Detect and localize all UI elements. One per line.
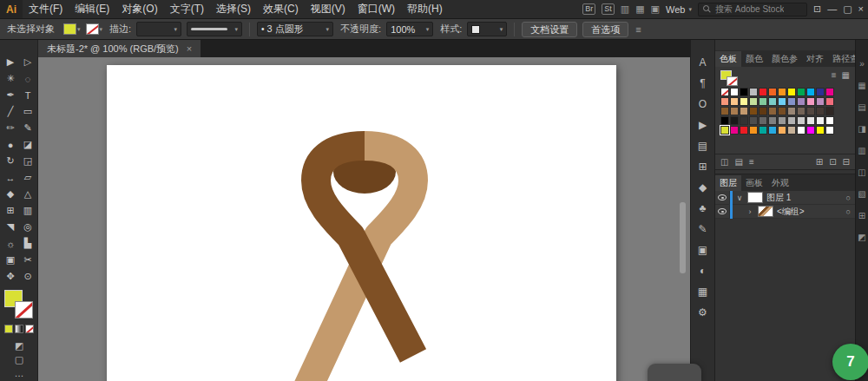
- tool-rotate[interactable]: ↻: [2, 153, 19, 169]
- grid-view-icon[interactable]: ▦: [842, 70, 850, 80]
- chevron-down-icon[interactable]: ▾: [100, 26, 103, 33]
- tool-free-transform[interactable]: ▱: [19, 169, 36, 186]
- menu-5[interactable]: 选择(S): [210, 0, 257, 18]
- swatch-39[interactable]: [740, 116, 748, 125]
- swatch-57[interactable]: [797, 126, 806, 135]
- none-mode-button[interactable]: [25, 325, 34, 333]
- tool-eyedropper[interactable]: ◥: [2, 219, 19, 235]
- swatch-36[interactable]: [825, 107, 834, 115]
- character-panel-icon[interactable]: A: [694, 53, 713, 71]
- swatch-17[interactable]: [759, 97, 767, 106]
- tool-artboard[interactable]: ▣: [2, 252, 19, 268]
- swatch-42[interactable]: [768, 116, 777, 125]
- dock-window-button[interactable]: ⊡: [813, 0, 821, 18]
- tool-lasso[interactable]: ◌: [19, 70, 36, 87]
- layer-row-group[interactable]: ›<编组>○: [715, 205, 855, 219]
- tool-magic-wand[interactable]: ✳: [2, 70, 19, 87]
- swatch-41[interactable]: [759, 116, 767, 125]
- notification-badge[interactable]: 7: [832, 344, 868, 380]
- expander-icon[interactable]: ∨: [735, 194, 744, 202]
- tool-gradient[interactable]: ▥: [19, 202, 36, 219]
- list-view-icon[interactable]: ≡: [832, 70, 837, 80]
- tool-slice[interactable]: ✂: [19, 252, 36, 268]
- swatch-43[interactable]: [778, 116, 786, 125]
- collapsed-panel-3-icon[interactable]: ◨: [856, 122, 868, 135]
- swatch-29[interactable]: [759, 107, 767, 115]
- symbols-panel-icon[interactable]: ♣: [694, 199, 713, 217]
- swatch-56[interactable]: [787, 126, 796, 135]
- collapsed-panel-1-icon[interactable]: ▦: [856, 78, 868, 92]
- swatch-25[interactable]: [720, 107, 729, 115]
- swatch-35[interactable]: [816, 107, 825, 115]
- tool-symbol-sprayer[interactable]: ☼: [2, 235, 19, 252]
- swatch-34[interactable]: [806, 107, 815, 115]
- swatch-libraries-icon[interactable]: ◫: [720, 157, 728, 167]
- swatch-44[interactable]: [787, 116, 796, 125]
- collapsed-panel-4-icon[interactable]: ▥: [856, 143, 868, 157]
- swatch-26[interactable]: [730, 107, 739, 115]
- close-tab-icon[interactable]: ×: [187, 43, 192, 54]
- chevron-down-icon[interactable]: ▾: [77, 26, 81, 33]
- screen-mode-icon[interactable]: ▢: [0, 352, 38, 366]
- swatch-12[interactable]: [825, 88, 834, 96]
- document-setup-button[interactable]: 文档设置: [522, 22, 577, 37]
- tool-pen[interactable]: ✒: [2, 87, 19, 103]
- stroke-weight-select[interactable]: ▾: [136, 22, 181, 36]
- swatch-14[interactable]: [730, 97, 739, 106]
- swatch-options-icon[interactable]: ≡: [749, 157, 754, 167]
- swatch-52[interactable]: [749, 126, 758, 135]
- close-button[interactable]: ×: [858, 0, 864, 18]
- app-logo[interactable]: Ai: [0, 0, 23, 18]
- layers-tab-3[interactable]: 外观: [767, 175, 793, 191]
- menu-9[interactable]: 帮助(H): [401, 0, 449, 18]
- menu-8[interactable]: 窗口(W): [352, 0, 401, 18]
- collapsed-panel-6-icon[interactable]: ▧: [856, 187, 868, 200]
- libraries-panel-icon[interactable]: ▦: [694, 282, 713, 300]
- swatch-38[interactable]: [730, 116, 739, 125]
- layer-thumbnail[interactable]: [758, 206, 773, 217]
- tool-mesh[interactable]: ⊞: [2, 202, 19, 219]
- target-icon[interactable]: ○: [846, 194, 851, 202]
- swatch-8[interactable]: [787, 88, 796, 96]
- tool-scale[interactable]: ◲: [19, 153, 36, 169]
- swatch-30[interactable]: [768, 107, 777, 115]
- vertical-scrollbar[interactable]: [680, 202, 686, 273]
- new-color-group-icon[interactable]: ⊞: [816, 157, 823, 167]
- links-panel-icon[interactable]: ▤: [694, 136, 713, 154]
- drawing-modes-icon[interactable]: ◩: [0, 338, 38, 352]
- stroke-proxy[interactable]: [15, 301, 33, 319]
- transform-panel-icon[interactable]: ⊞: [694, 157, 713, 175]
- layers-tab-1[interactable]: 图层: [715, 175, 741, 191]
- canvas[interactable]: [38, 57, 690, 381]
- swatch-3[interactable]: [740, 88, 748, 96]
- layers-tab-2[interactable]: 画板: [741, 175, 767, 191]
- swatch-4[interactable]: [749, 88, 758, 96]
- swatch-5[interactable]: [759, 88, 767, 96]
- menu-3[interactable]: 对象(O): [115, 0, 163, 18]
- edit-toolbar-icon[interactable]: …: [0, 366, 38, 380]
- tool-column-graph[interactable]: ▙: [19, 235, 36, 252]
- collapsed-panel-5-icon[interactable]: ◫: [856, 165, 868, 179]
- menu-4[interactable]: 文字(T): [164, 0, 210, 18]
- layout-grid-icon[interactable]: ▦: [635, 0, 644, 18]
- swatches-tab-2[interactable]: 颜色: [741, 51, 767, 67]
- tool-blend[interactable]: ◎: [19, 219, 36, 235]
- swatch-11[interactable]: [816, 88, 825, 96]
- tool-width[interactable]: ↔: [2, 169, 19, 186]
- tool-type[interactable]: T: [19, 87, 36, 103]
- swatch-31[interactable]: [778, 107, 786, 115]
- settings-icon[interactable]: ⚙: [694, 303, 713, 321]
- swatch-45[interactable]: [797, 116, 806, 125]
- target-icon[interactable]: ○: [846, 207, 851, 216]
- expander-icon[interactable]: ›: [746, 207, 754, 216]
- swatch-6[interactable]: [768, 88, 777, 96]
- document-tab[interactable]: 未标题-2* @ 100% (RGB/预览) ×: [38, 40, 201, 57]
- tool-rectangle[interactable]: ▭: [19, 103, 36, 120]
- swatch-32[interactable]: [787, 107, 796, 115]
- swatch-1[interactable]: [720, 88, 729, 96]
- delete-swatch-icon[interactable]: ⊟: [843, 157, 850, 167]
- swatch-27[interactable]: [740, 107, 748, 115]
- layer-thumbnail[interactable]: [747, 192, 763, 203]
- fill-color-swatch[interactable]: [63, 23, 76, 35]
- swatch-9[interactable]: [797, 88, 806, 96]
